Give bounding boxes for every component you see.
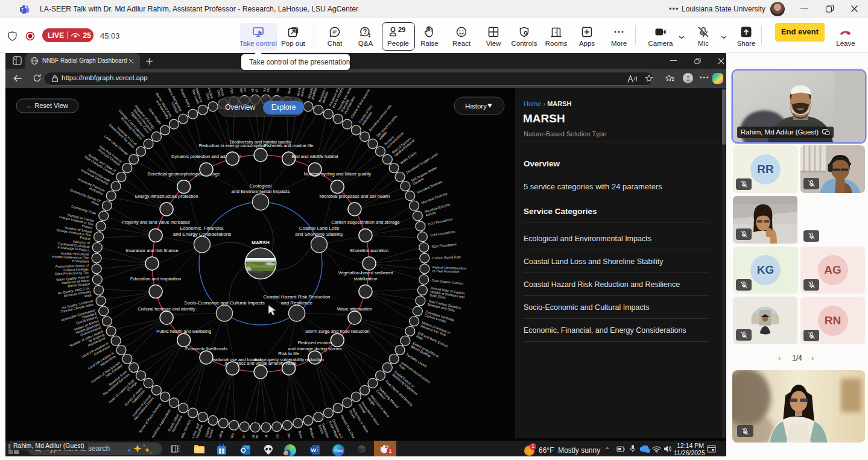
svg-text:Repair Cost Reduction: Repair Cost Reduction	[264, 435, 269, 438]
svg-text:Socio-Economic and Cultural Im: Socio-Economic and Cultural Impacts	[184, 300, 264, 306]
svg-text:Bird and wildlife habitat: Bird and wildlife habitat	[291, 154, 338, 159]
svg-text:Insurance and risk finance: Insurance and risk finance	[125, 248, 179, 253]
svg-text:Economic livelihoods: Economic livelihoods	[185, 346, 227, 351]
svg-text:History: History	[465, 102, 487, 110]
svg-text:Coastal Land Lossand Shoreline: Coastal Land Lossand Shoreline Stability	[295, 225, 343, 237]
svg-text:Microbial processes and soil h: Microbial processes and soil health	[320, 194, 390, 199]
svg-text:Species DiversityIndex: Species DiversityIndex	[262, 88, 270, 92]
svg-text:W: W	[311, 447, 317, 453]
svg-text:Fisheries and marine life: Fisheries and marine life	[264, 143, 314, 148]
svg-text:Storm surge and flood reductio: Storm surge and flood reduction	[305, 329, 370, 334]
svg-text:Energy infrastructure protecti: Energy infrastructure protection	[135, 194, 198, 199]
svg-text:Economic, Financial,and Energy: Economic, Financial,and Energy Considera…	[173, 225, 232, 237]
svg-text:Shoreline accretion: Shoreline accretion	[350, 248, 388, 253]
svg-text:MARSH: MARSH	[252, 240, 270, 245]
svg-text:Property and land value increa: Property and land value increases	[121, 219, 190, 225]
svg-text:StructuralVulnerability: StructuralVulnerability	[251, 435, 259, 438]
svg-text:Wave attenuation: Wave attenuation	[337, 306, 372, 312]
svg-text:Education and inspiration: Education and inspiration	[130, 276, 181, 282]
svg-text:Carbon sequestration and stora: Carbon sequestration and storage	[331, 219, 399, 225]
svg-text:Public health and wellbeing: Public health and wellbeing	[156, 329, 211, 334]
svg-text:Survival Rate ofPlantings: Survival Rate ofPlantings	[250, 88, 258, 92]
svg-text:Explore: Explore	[271, 103, 296, 112]
svg-text:← Reset View: ← Reset View	[26, 102, 68, 109]
svg-text:Overview: Overview	[225, 103, 255, 112]
svg-text:Cultural heritage and identity: Cultural heritage and identity	[138, 306, 195, 312]
svg-text:29: 29	[398, 26, 405, 33]
svg-text:Nutrient cycling and Water qua: Nutrient cycling and Water quality	[304, 171, 372, 177]
svg-text:Reduction in energy consumptio: Reduction in energy consumption	[199, 143, 266, 148]
svg-text:Canva: Canva	[334, 449, 343, 453]
